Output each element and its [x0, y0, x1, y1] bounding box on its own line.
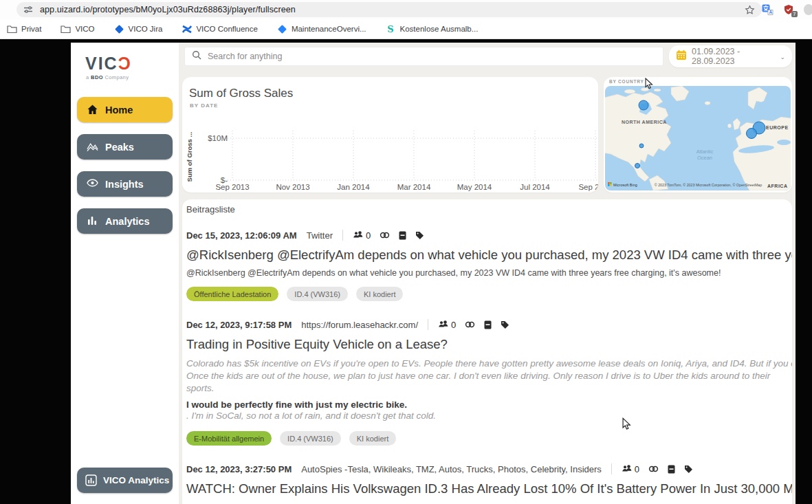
post-quote-line: . I'm in SoCal, so not a lot of rain, an… [186, 410, 792, 422]
link-icon[interactable] [380, 231, 390, 239]
post-title[interactable]: Trading in Positive Equity Vehicle on a … [186, 337, 792, 352]
chevron-down-icon: ⌄ [780, 54, 785, 61]
tag-pill[interactable]: KI kodiert [349, 431, 396, 446]
svg-text:$10M: $10M [208, 134, 228, 142]
chart-subtitle: BY DATE [190, 102, 598, 109]
svg-text:Nov 2013: Nov 2013 [276, 183, 309, 191]
bookmark-vico-confluence[interactable]: VICO Confluence [182, 24, 258, 34]
map-label-africa: AFRICA [767, 184, 787, 188]
post-body: @RickIsenberg @ElectrifyAm depends on wh… [186, 268, 792, 278]
post-item-1: Dec 15, 2023, 12:06:09 AM Twitter 0 [186, 230, 792, 301]
map-label-atlantic-ocean: AtlanticOcean [696, 149, 714, 161]
bookmark-star-icon[interactable] [745, 5, 755, 15]
search-bar[interactable] [184, 47, 663, 66]
people-count[interactable]: 0 [438, 320, 456, 330]
post-title[interactable]: @RickIsenberg @ElectrifyAm depends on wh… [186, 248, 792, 263]
post-source-link[interactable]: https://forum.leasehackr.com/ [301, 320, 418, 330]
post-date: Dec 15, 2023, 12:06:09 AM [186, 230, 297, 241]
tag-pill[interactable]: ID.4 (VW316) [287, 287, 348, 301]
post-source-link[interactable]: AutoSpies -Tesla, Wikileaks, TMZ, Autos,… [301, 464, 602, 474]
browser-toolbar: app.uizard.io/prototypes/bM0yoLjx03uRdz6… [0, 0, 812, 19]
post-source-link[interactable]: Twitter [307, 230, 333, 241]
folder-icon [7, 24, 17, 34]
search-icon [192, 50, 201, 63]
diamond-icon [277, 24, 287, 34]
bookmark-privat[interactable]: Privat [7, 24, 41, 34]
svg-text:Atlantic: Atlantic [696, 149, 714, 155]
main-content: 01.09.2023 - 28.09.2023 ⌄ Sum of Gross S… [179, 43, 795, 504]
country-map-card[interactable]: BY COUNTRY [604, 77, 792, 193]
vico-app-window: VICƆ a BDO Company Home Peaks [71, 43, 795, 504]
tag-icon[interactable] [684, 465, 693, 474]
translate-icon[interactable]: A [762, 4, 773, 16]
address-bar[interactable]: app.uizard.io/prototypes/bM0yoLjx03uRdz6… [17, 2, 762, 17]
extension-badge: 7 [791, 11, 798, 17]
sidebar-item-home[interactable]: Home [77, 97, 173, 122]
posts-list-card: Beitragsliste Dec 15, 2023, 12:06:09 AM … [182, 199, 792, 504]
map-marker-europe-west [747, 129, 757, 139]
tag-pill[interactable]: KI kodiert [356, 287, 403, 301]
tag-icon[interactable] [415, 231, 424, 240]
sidebar-nav: Home Peaks Insights Analytics [71, 97, 179, 234]
post-quote-line: Once the kids are out of the house, we p… [186, 370, 792, 395]
map-attribution: © 2023 TomTom, © 2023 Microsoft Corporat… [655, 183, 762, 187]
svg-text:A: A [769, 10, 773, 14]
sidebar-item-peaks[interactable]: Peaks [77, 134, 173, 160]
world-map[interactable]: NORTH AMERICA EUROPE AFRICA AtlanticOcea… [605, 86, 791, 190]
bookmark-maintenance-overview[interactable]: MaintenanceOvervi... [277, 24, 366, 34]
bookmark-vico[interactable]: VICO [61, 24, 94, 34]
profile-avatar-partial[interactable] [804, 4, 812, 15]
site-settings-icon[interactable] [23, 5, 33, 14]
analytics-box-icon [85, 474, 97, 486]
gross-sales-chart-card[interactable]: Sum of Gross Sales BY DATE $10M$-Sep 201… [182, 77, 598, 193]
map-subtitle: BY COUNTRY [609, 79, 792, 84]
search-input[interactable] [208, 52, 656, 61]
sidebar-item-insights[interactable]: Insights [77, 171, 173, 197]
bookmark-kostenlose[interactable]: S Kostenlose Ausmalb... [386, 24, 479, 34]
notes-icon[interactable] [668, 465, 675, 474]
tag-pill[interactable]: Öffentliche Ladestation [186, 287, 278, 301]
sidebar: VICƆ a BDO Company Home Peaks [71, 43, 179, 504]
folder-icon [61, 24, 71, 34]
svg-text:May 2014: May 2014 [457, 183, 492, 191]
vico-logo: VICƆ [85, 55, 179, 72]
bookmarks-bar: Privat VICO VICO Jira VICO Confluence Ma… [0, 19, 812, 39]
vico-analytics-button[interactable]: VICO Analytics [77, 468, 173, 493]
url-text[interactable]: app.uizard.io/prototypes/bM0yoLjx03uRdz6… [40, 5, 745, 14]
map-label-europe: EUROPE [766, 125, 789, 130]
posts-heading: Beitragsliste [186, 204, 792, 215]
tag-pill[interactable]: ID.4 (VW316) [280, 431, 341, 446]
svg-text:Jan 2014: Jan 2014 [337, 183, 370, 191]
svg-text:Microsoft Bing: Microsoft Bing [613, 183, 637, 187]
map-marker-united-states [639, 144, 644, 148]
tag-icon[interactable] [501, 320, 509, 329]
svg-text:Jul 2014: Jul 2014 [520, 183, 550, 191]
confluence-icon [182, 24, 192, 34]
post-date: Dec 12, 2023, 9:17:58 PM [186, 320, 292, 330]
svg-text:Sum of Gross ...: Sum of Gross ... [186, 132, 193, 182]
date-range-text: 01.09.2023 - 28.09.2023 [692, 47, 775, 66]
people-count[interactable]: 0 [622, 464, 639, 474]
bookmark-vico-jira[interactable]: VICO Jira [114, 24, 163, 34]
date-range-picker[interactable]: 01.09.2023 - 28.09.2023 ⌄ [669, 45, 792, 67]
post-title[interactable]: WATCH: Owner Explains His Volkswagen ID.… [186, 481, 792, 496]
bdo-tagline: a BDO Company [86, 74, 179, 80]
notes-icon[interactable] [399, 231, 406, 240]
link-icon[interactable] [465, 320, 475, 329]
svg-text:Ocean: Ocean [697, 155, 712, 161]
map-marker-canada [639, 100, 648, 110]
link-icon[interactable] [648, 465, 659, 473]
s-icon: S [386, 24, 396, 34]
sidebar-item-analytics[interactable]: Analytics [77, 208, 173, 234]
svg-text:Sep 2014: Sep 2014 [578, 183, 598, 191]
notes-icon[interactable] [484, 320, 492, 329]
post-item-2: Dec 12, 2023, 9:17:58 PM https://forum.l… [186, 319, 792, 446]
svg-text:Sep 2013: Sep 2013 [215, 183, 249, 191]
map-marker-mexico [635, 164, 640, 168]
post-item-3: Dec 12, 2023, 3:27:50 PM AutoSpies -Tesl… [186, 463, 792, 504]
people-count[interactable]: 0 [353, 230, 371, 241]
extension-icon[interactable]: 7 [783, 4, 794, 15]
post-date: Dec 12, 2023, 3:27:50 PM [186, 464, 292, 474]
post-bold-line: I would be perfectly fine with just my e… [186, 399, 792, 410]
tag-pill[interactable]: E-Mobilität allgemein [186, 431, 272, 446]
